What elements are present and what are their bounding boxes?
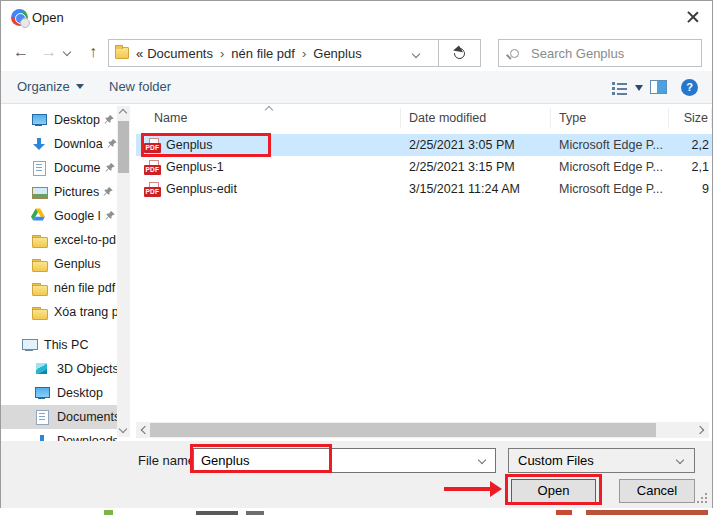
computer-icon <box>21 337 37 353</box>
sidebar-item-label: Desktop <box>54 113 100 127</box>
desktop-icon <box>31 112 47 128</box>
preview-pane-icon[interactable] <box>650 80 667 94</box>
sidebar-item-desktop[interactable]: Desktop <box>1 108 117 132</box>
history-dropdown-icon[interactable] <box>63 48 71 56</box>
main-area: DesktopDownloaDocumePicturesGoogle lexce… <box>1 104 712 441</box>
file-name-input[interactable]: Genplus <box>193 448 496 473</box>
sidebar: DesktopDownloaDocumePicturesGoogle lexce… <box>1 108 117 441</box>
refresh-icon <box>451 45 466 60</box>
column-header-size[interactable]: Size <box>669 108 712 128</box>
column-header-date-modified[interactable]: Date modified <box>401 108 551 128</box>
breadcrumb-item-n-n-file-pdf[interactable]: nén file pdf <box>231 46 295 61</box>
file-date: 3/15/2021 11:24 AM <box>401 182 551 196</box>
background-page-fragment <box>556 510 572 515</box>
scroll-up-icon[interactable] <box>119 109 127 117</box>
command-toolbar: Organize New folder ? <box>1 71 712 104</box>
file-size: 2,1 <box>669 160 712 174</box>
breadcrumb-separator: › <box>302 46 306 61</box>
window-title: Open <box>32 10 64 25</box>
sidebar-item-google-l[interactable]: Google l <box>1 204 117 228</box>
column-header-type[interactable]: Type <box>551 108 669 128</box>
scrollbar-thumb[interactable] <box>150 423 656 437</box>
sidebar-item-x-a-trang-p[interactable]: Xóa trang p <box>1 300 117 324</box>
folder-icon <box>31 304 47 320</box>
file-name-label: File name: <box>138 453 199 468</box>
sidebar-item-label: Downloa <box>54 137 103 151</box>
sidebar-item-documents[interactable]: Documents <box>1 405 117 429</box>
search-placeholder: Search Genplus <box>531 46 624 61</box>
pdf-file-icon: PDF <box>144 160 160 175</box>
pdf-file-icon: PDF <box>144 182 160 197</box>
sidebar-item-desktop[interactable]: Desktop <box>1 381 117 405</box>
file-name: Genplus-1 <box>166 160 224 174</box>
sidebar-item-docume[interactable]: Docume <box>1 156 117 180</box>
sidebar-item-label: Pictures <box>54 185 99 199</box>
scroll-down-icon[interactable] <box>119 425 127 433</box>
sidebar-scrollbar[interactable] <box>117 106 130 437</box>
sidebar-item-label: Docume <box>54 161 101 175</box>
document-icon <box>31 160 47 176</box>
sidebar-item-pictures[interactable]: Pictures <box>1 180 117 204</box>
file-type: Microsoft Edge P... <box>551 138 669 152</box>
forward-button: → <box>37 40 61 64</box>
pictures-icon <box>31 184 47 200</box>
sidebar-item-this-pc[interactable]: This PC <box>1 333 117 357</box>
view-list-icon[interactable] <box>612 81 627 94</box>
background-page-fragment <box>586 510 708 515</box>
organize-button[interactable]: Organize <box>17 79 84 94</box>
sidebar-item-label: 3D Objects <box>57 362 117 376</box>
sidebar-item-label: Documents <box>57 410 117 424</box>
back-button[interactable]: ← <box>9 40 33 64</box>
google-drive-icon <box>31 208 47 224</box>
sidebar-item-3d-objects[interactable]: 3D Objects <box>1 357 117 381</box>
horizontal-scrollbar[interactable] <box>136 422 709 438</box>
download-icon <box>34 433 50 441</box>
scroll-right-icon[interactable] <box>696 426 704 434</box>
pin-icon <box>103 187 113 197</box>
file-date: 2/25/2021 3:15 PM <box>401 160 551 174</box>
pin-icon <box>105 163 115 173</box>
resize-grip[interactable] <box>697 493 708 504</box>
chevron-down-icon <box>76 84 84 89</box>
cancel-button[interactable]: Cancel <box>619 479 695 503</box>
breadcrumb-item-genplus[interactable]: Genplus <box>313 46 361 61</box>
sidebar-item-n-n-file-pdf[interactable]: nén file pdf <box>1 276 117 300</box>
sidebar-item-label: Genplus <box>54 257 101 271</box>
file-rows: PDFGenplus2/25/2021 3:05 PMMicrosoft Edg… <box>136 131 712 200</box>
close-icon[interactable] <box>685 9 701 25</box>
new-folder-button[interactable]: New folder <box>109 79 171 94</box>
breadcrumb[interactable]: « Documents›nén file pdf›Genplus <box>108 39 439 67</box>
sidebar-item-label: nén file pdf <box>54 281 115 295</box>
background-page-strip <box>0 509 715 515</box>
file-row-genplus[interactable]: PDFGenplus2/25/2021 3:05 PMMicrosoft Edg… <box>136 134 712 156</box>
chrome-icon <box>11 9 28 26</box>
sidebar-item-downloa[interactable]: Downloa <box>1 132 117 156</box>
navigation-bar: ← → ↑ « Documents›nén file pdf›Genplus S… <box>1 35 712 71</box>
sidebar-item-downloads[interactable]: Downloads <box>1 429 117 441</box>
view-dropdown-icon[interactable] <box>635 85 643 91</box>
breadcrumb-overflow[interactable]: « <box>136 46 143 61</box>
sidebar-item-label: Downloads <box>57 434 117 441</box>
sidebar-item-label: This PC <box>44 338 88 352</box>
scroll-left-icon[interactable] <box>141 426 149 434</box>
open-button[interactable]: Open <box>511 479 596 503</box>
file-type-select[interactable]: Custom Files <box>508 448 695 473</box>
sidebar-item-genplus[interactable]: Genplus <box>1 252 117 276</box>
up-button[interactable]: ↑ <box>81 40 105 64</box>
breadcrumb-separator: › <box>220 46 224 61</box>
file-size: 2,2 <box>669 138 712 152</box>
help-button[interactable]: ? <box>681 79 698 96</box>
file-row-genplus-edit[interactable]: PDFGenplus-edit3/15/2021 11:24 AMMicroso… <box>136 178 712 200</box>
document-icon <box>34 409 50 425</box>
breadcrumb-item-documents[interactable]: Documents <box>147 46 213 61</box>
refresh-button[interactable] <box>438 39 481 67</box>
file-row-genplus-1[interactable]: PDFGenplus-12/25/2021 3:15 PMMicrosoft E… <box>136 156 712 178</box>
search-icon <box>510 49 519 58</box>
sidebar-item-excel-to-pd[interactable]: excel-to-pd <box>1 228 117 252</box>
scrollbar-thumb[interactable] <box>118 121 129 173</box>
sidebar-item-label: Xóa trang p <box>54 305 117 319</box>
search-input[interactable]: Search Genplus <box>498 39 702 67</box>
desktop-icon <box>34 385 50 401</box>
file-type: Microsoft Edge P... <box>551 182 669 196</box>
open-dialog: Open ← → ↑ « Documents›nén file pdf›Genp… <box>0 0 713 508</box>
